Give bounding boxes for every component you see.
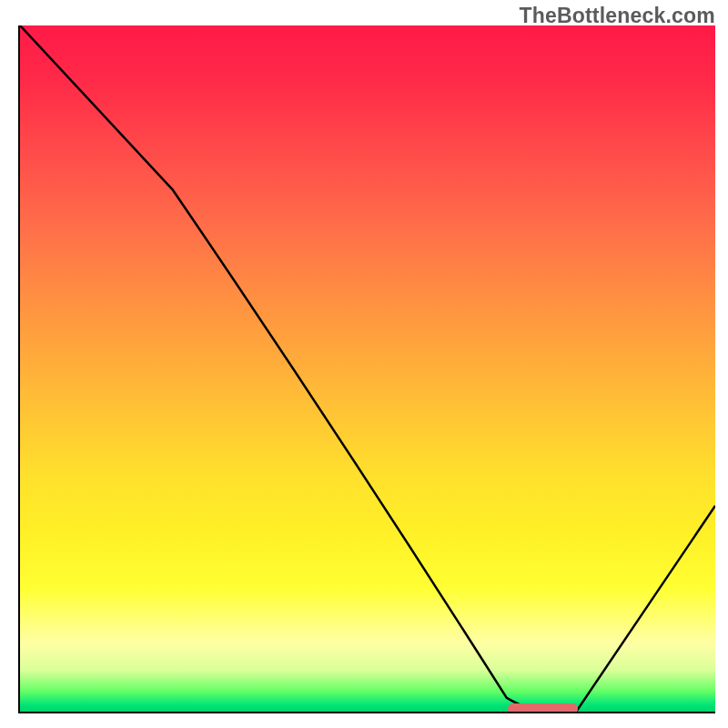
bottleneck-curve <box>20 25 715 712</box>
attribution-text: TheBottleneck.com <box>519 4 715 28</box>
chart-container: TheBottleneck.com <box>0 0 728 728</box>
optimal-range-marker <box>508 703 578 713</box>
curve-layer <box>20 25 715 712</box>
plot-area <box>18 25 715 713</box>
